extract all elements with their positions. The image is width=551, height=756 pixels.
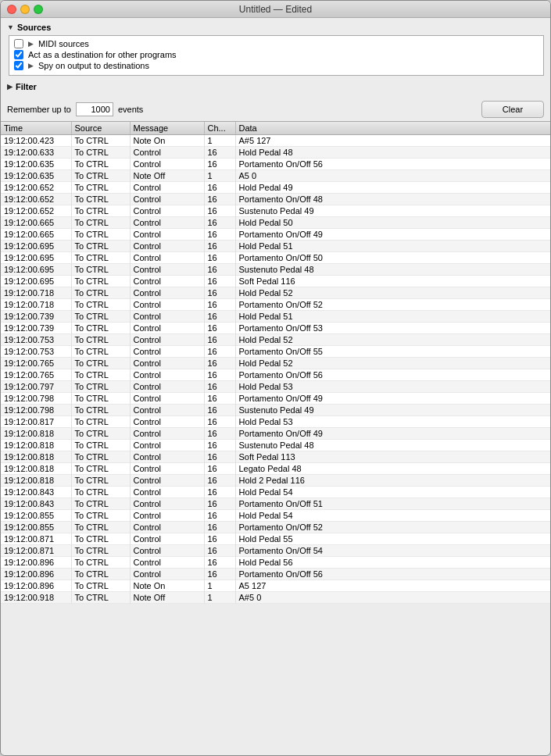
table-cell-22-4: Portamento On/Off 49 — [235, 393, 550, 405]
spy-output-checkbox[interactable] — [14, 61, 23, 70]
table-cell-13-3: 16 — [204, 287, 235, 299]
table-row: 19:12:00.843To CTRLControl16Portamento O… — [1, 498, 550, 510]
table-row: 19:12:00.798To CTRLControl16Sustenuto Pe… — [1, 405, 550, 416]
titlebar: Untitled — Edited — [1, 1, 550, 18]
table-row: 19:12:00.665To CTRLControl16Portamento O… — [1, 229, 550, 241]
table-row: 19:12:00.753To CTRLControl16Portamento O… — [1, 346, 550, 358]
col-header-time: Time — [1, 122, 71, 135]
table-cell-39-2: Note Off — [130, 592, 204, 604]
filter-triangle-icon: ▶ — [7, 83, 13, 91]
table-row: 19:12:00.652To CTRLControl16Hold Pedal 4… — [1, 182, 550, 194]
table-cell-6-1: To CTRL — [71, 205, 130, 217]
table-cell-37-2: Control — [130, 569, 204, 580]
table-cell-3-1: To CTRL — [71, 170, 130, 182]
table-cell-15-3: 16 — [204, 311, 235, 323]
clear-button[interactable]: Clear — [481, 101, 544, 118]
table-cell-25-0: 19:12:00.818 — [1, 428, 71, 440]
sources-header[interactable]: ▼ Sources — [7, 23, 544, 32]
filter-label: Filter — [16, 82, 37, 91]
table-row: 19:12:00.855To CTRLControl16Portamento O… — [1, 522, 550, 533]
table-cell-30-4: Hold Pedal 54 — [235, 487, 550, 498]
maximize-button[interactable] — [34, 5, 43, 14]
table-row: 19:12:00.818To CTRLControl16Legato Pedal… — [1, 463, 550, 475]
table-cell-21-2: Control — [130, 381, 204, 393]
table-cell-32-0: 19:12:00.855 — [1, 510, 71, 522]
table-cell-4-2: Control — [130, 182, 204, 194]
table-cell-24-3: 16 — [204, 416, 235, 428]
minimize-button[interactable] — [20, 5, 30, 14]
table-cell-6-0: 19:12:00.652 — [1, 205, 71, 217]
table-row: 19:12:00.635To CTRLNote Off1A5 0 — [1, 170, 550, 182]
table-cell-36-0: 19:12:00.896 — [1, 557, 71, 569]
table-cell-19-2: Control — [130, 358, 204, 369]
table-cell-1-4: Hold Pedal 48 — [235, 147, 550, 159]
table-cell-1-2: Control — [130, 147, 204, 159]
table-cell-32-1: To CTRL — [71, 510, 130, 522]
table-cell-26-2: Control — [130, 440, 204, 451]
table-cell-28-2: Control — [130, 463, 204, 475]
table-cell-39-4: A#5 0 — [235, 592, 550, 604]
table-row: 19:12:00.765To CTRLControl16Portamento O… — [1, 369, 550, 381]
table-row: 19:12:00.871To CTRLControl16Portamento O… — [1, 545, 550, 557]
table-cell-14-2: Control — [130, 299, 204, 311]
table-cell-35-1: To CTRL — [71, 545, 130, 557]
table-cell-15-1: To CTRL — [71, 311, 130, 323]
table-cell-8-1: To CTRL — [71, 229, 130, 241]
table-cell-35-2: Control — [130, 545, 204, 557]
act-destination-label: Act as a destination for other programs — [28, 50, 177, 59]
table-cell-0-2: Note On — [130, 135, 204, 147]
filter-section: ▶ Filter — [1, 79, 550, 98]
table-cell-4-1: To CTRL — [71, 182, 130, 194]
table-cell-2-4: Portamento On/Off 56 — [235, 159, 550, 170]
act-destination-checkbox[interactable] — [14, 50, 23, 59]
table-cell-14-0: 19:12:00.718 — [1, 299, 71, 311]
table-cell-3-0: 19:12:00.635 — [1, 170, 71, 182]
table-cell-27-4: Soft Pedal 113 — [235, 451, 550, 463]
source-item-midi: ▶ MIDI sources — [14, 39, 538, 48]
table-cell-21-0: 19:12:00.797 — [1, 381, 71, 393]
table-cell-4-3: 16 — [204, 182, 235, 194]
remember-input[interactable] — [76, 102, 113, 116]
table-cell-36-1: To CTRL — [71, 557, 130, 569]
table-cell-18-0: 19:12:00.753 — [1, 346, 71, 358]
source-item-spy: ▶ Spy on output to destinations — [14, 61, 538, 70]
table-cell-14-3: 16 — [204, 299, 235, 311]
table-cell-23-3: 16 — [204, 405, 235, 416]
table-cell-34-2: Control — [130, 533, 204, 545]
table-cell-33-1: To CTRL — [71, 522, 130, 533]
spy-triangle-icon: ▶ — [28, 62, 34, 70]
table-cell-22-1: To CTRL — [71, 393, 130, 405]
table-cell-10-2: Control — [130, 252, 204, 264]
table-cell-21-1: To CTRL — [71, 381, 130, 393]
table-cell-31-0: 19:12:00.843 — [1, 498, 71, 510]
table-cell-30-3: 16 — [204, 487, 235, 498]
table-cell-25-1: To CTRL — [71, 428, 130, 440]
close-button[interactable] — [7, 5, 16, 14]
table-cell-37-0: 19:12:00.896 — [1, 569, 71, 580]
midi-sources-checkbox[interactable] — [14, 39, 23, 48]
table-cell-17-2: Control — [130, 334, 204, 346]
table-cell-36-3: 16 — [204, 557, 235, 569]
table-cell-35-0: 19:12:00.871 — [1, 545, 71, 557]
table-row: 19:12:00.652To CTRLControl16Sustenuto Pe… — [1, 205, 550, 217]
table-row: 19:12:00.843To CTRLControl16Hold Pedal 5… — [1, 487, 550, 498]
table-cell-10-0: 19:12:00.695 — [1, 252, 71, 264]
table-cell-20-0: 19:12:00.765 — [1, 369, 71, 381]
table-cell-32-3: 16 — [204, 510, 235, 522]
table-cell-26-0: 19:12:00.818 — [1, 440, 71, 451]
table-cell-0-4: A#5 127 — [235, 135, 550, 147]
table-cell-38-1: To CTRL — [71, 580, 130, 592]
remember-bar: Remember up to events Clear — [1, 98, 550, 121]
table-cell-0-1: To CTRL — [71, 135, 130, 147]
table-cell-20-4: Portamento On/Off 56 — [235, 369, 550, 381]
table-cell-33-0: 19:12:00.855 — [1, 522, 71, 533]
table-cell-11-0: 19:12:00.695 — [1, 264, 71, 276]
table-cell-39-0: 19:12:00.918 — [1, 592, 71, 604]
table-cell-28-1: To CTRL — [71, 463, 130, 475]
table-cell-24-4: Hold Pedal 53 — [235, 416, 550, 428]
table-cell-38-4: A5 127 — [235, 580, 550, 592]
table-cell-16-4: Portamento On/Off 53 — [235, 323, 550, 334]
filter-header[interactable]: ▶ Filter — [7, 82, 544, 91]
midi-triangle-icon: ▶ — [28, 40, 34, 48]
table-row: 19:12:00.818To CTRLControl16Sustenuto Pe… — [1, 440, 550, 451]
